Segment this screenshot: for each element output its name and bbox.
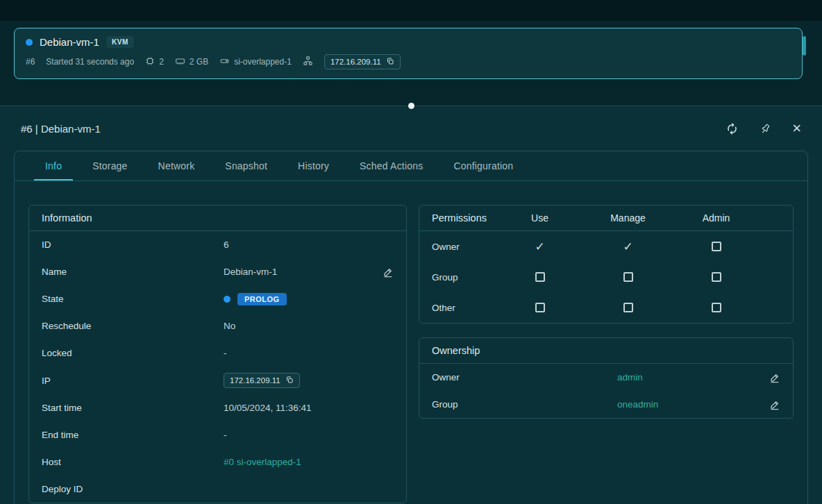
checkbox-unchecked-icon: [712, 272, 721, 282]
info-row-value: 10/05/2024, 11:36:41: [224, 403, 312, 413]
refresh-button[interactable]: [725, 122, 739, 135]
pin-button[interactable]: [760, 123, 771, 135]
app-root: Debian-vm-1 KVM #6 Started 31 seconds ag…: [0, 0, 822, 504]
info-row-value: -: [224, 348, 227, 358]
permissions-col-admin: Admin: [672, 212, 760, 224]
vm-ip-chip[interactable]: 172.16.209.11: [324, 54, 401, 69]
vm-card-title-row: Debian-vm-1 KVM: [26, 36, 791, 48]
check-icon: ✓: [623, 240, 632, 254]
perm-owner-use-checkbox[interactable]: ✓: [496, 240, 584, 253]
permissions-row-owner: Owner ✓ ✓ ✓: [419, 231, 793, 262]
perm-other-admin-checkbox[interactable]: ✓: [672, 301, 760, 314]
checkbox-unchecked-icon: [712, 242, 721, 251]
owner-link[interactable]: admin: [617, 372, 643, 383]
checkbox-unchecked-icon: [623, 303, 633, 312]
perm-group-admin-checkbox[interactable]: ✓: [672, 270, 760, 284]
detail-actions: ×: [725, 122, 801, 135]
tab-storage[interactable]: Storage: [81, 151, 138, 180]
permissions-row-label: Other: [432, 303, 496, 313]
detail-tab-container: Info Storage Network Snapshot History Sc…: [14, 151, 808, 504]
perm-owner-admin-checkbox[interactable]: ✓: [672, 240, 760, 253]
tab-snapshot[interactable]: Snapshot: [214, 151, 278, 180]
tab-configuration[interactable]: Configuration: [442, 151, 524, 180]
edit-name-button[interactable]: [383, 267, 394, 278]
info-row-value: 6: [224, 240, 229, 250]
permissions-header-row: Permissions Use Manage Admin: [419, 205, 793, 231]
info-row-label: Host: [42, 457, 224, 467]
host-link[interactable]: #0 si-overlapped-1: [224, 457, 301, 467]
ownership-row-label: Group: [432, 399, 617, 410]
copy-icon[interactable]: [386, 57, 394, 67]
perm-other-manage-checkbox[interactable]: ✓: [584, 301, 672, 314]
edit-owner-button[interactable]: [769, 372, 780, 383]
ownership-row-group: Group oneadmin: [419, 391, 793, 418]
splitter-handle-icon[interactable]: [408, 103, 414, 109]
pin-icon: [757, 120, 774, 137]
info-row-host: Host #0 si-overlapped-1: [29, 448, 406, 476]
information-panel: Information ID 6 Name Debian-vm-1: [28, 205, 407, 503]
checkbox-unchecked-icon: [623, 272, 633, 282]
vm-name: Debian-vm-1: [40, 36, 99, 48]
tab-network[interactable]: Network: [147, 151, 206, 180]
state-dot-icon: [224, 296, 230, 303]
info-row-label: State: [42, 294, 224, 304]
info-row-start-time: Start time 10/05/2024, 11:36:41: [29, 394, 406, 421]
vm-card[interactable]: Debian-vm-1 KVM #6 Started 31 seconds ag…: [14, 28, 803, 79]
info-row-label: ID: [42, 240, 224, 250]
group-link[interactable]: oneadmin: [617, 399, 658, 410]
info-row-end-time: End time -: [29, 421, 406, 448]
scrollbar-thumb[interactable]: [803, 36, 806, 56]
info-row-value: Debian-vm-1: [224, 267, 277, 277]
info-row-label: Locked: [42, 348, 224, 358]
edit-pencil-icon: [769, 399, 780, 410]
permissions-panel: Permissions Use Manage Admin Owner ✓ ✓ ✓: [419, 205, 794, 324]
info-row-id: ID 6: [29, 231, 406, 258]
tab-history[interactable]: History: [287, 151, 340, 180]
permissions-col-use: Use: [496, 212, 584, 224]
top-bar: [0, 0, 822, 21]
info-row-name: Name Debian-vm-1: [29, 258, 406, 285]
permissions-row-group: Group ✓ ✓ ✓: [419, 262, 793, 292]
vm-list-region: Debian-vm-1 KVM #6 Started 31 seconds ag…: [0, 28, 822, 106]
ip-chip[interactable]: 172.16.209.11: [224, 373, 300, 388]
vm-host-value: si-overlapped-1: [234, 57, 292, 67]
perm-other-use-checkbox[interactable]: ✓: [496, 301, 584, 314]
close-button[interactable]: ×: [792, 122, 801, 135]
perm-owner-manage-checkbox[interactable]: ✓: [584, 240, 672, 253]
vm-card-meta-row: #6 Started 31 seconds ago 2 2 GB: [26, 54, 791, 69]
info-row-deploy-id: Deploy ID: [29, 476, 406, 503]
info-row-ip: IP 172.16.209.11: [29, 367, 406, 394]
perm-group-manage-checkbox[interactable]: ✓: [584, 270, 672, 284]
disk-icon: [219, 56, 230, 68]
info-row-value: -: [224, 430, 227, 440]
detail-header: #6 | Debian-vm-1 ×: [0, 106, 822, 151]
right-column: Permissions Use Manage Admin Owner ✓ ✓ ✓: [419, 205, 794, 503]
edit-group-button[interactable]: [769, 399, 780, 410]
vm-uptime: Started 31 seconds ago: [46, 57, 134, 67]
close-icon: ×: [792, 122, 801, 135]
tab-bar: Info Storage Network Snapshot History Sc…: [15, 151, 807, 181]
copy-icon[interactable]: [285, 376, 294, 385]
info-row-value: PROLOG: [224, 293, 287, 305]
info-row-label: Name: [42, 267, 224, 277]
vm-cpu: 2: [145, 56, 164, 68]
refresh-icon: [725, 122, 739, 135]
information-panel-title: Information: [29, 205, 406, 231]
vm-id: #6: [26, 57, 35, 67]
vm-memory: 2 GB: [175, 56, 208, 68]
perm-group-use-checkbox[interactable]: ✓: [496, 270, 584, 284]
permissions-col-manage: Manage: [584, 212, 672, 224]
vm-host: si-overlapped-1: [219, 56, 292, 68]
info-row-label: Start time: [42, 403, 224, 413]
state-badge: PROLOG: [237, 293, 287, 305]
tab-info[interactable]: Info: [34, 151, 73, 180]
permissions-row-other: Other ✓ ✓ ✓: [419, 292, 793, 323]
network-icon: [303, 56, 313, 68]
ownership-panel-title: Ownership: [419, 338, 793, 364]
info-row-state: State PROLOG: [29, 285, 406, 312]
tab-sched-actions[interactable]: Sched Actions: [349, 151, 434, 180]
splitter[interactable]: [0, 106, 822, 106]
info-row-label: IP: [42, 376, 224, 386]
ownership-row-label: Owner: [432, 372, 617, 383]
ownership-row-owner: Owner admin: [419, 364, 793, 391]
